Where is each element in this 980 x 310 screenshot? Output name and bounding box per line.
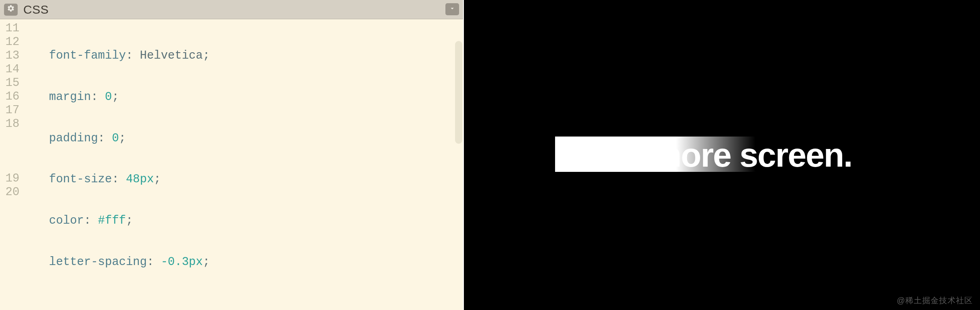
line-number: 11 xyxy=(0,22,25,35)
css-editor-pane: CSS 11 12 13 14 15 16 17 18 19 20 fo xyxy=(0,0,464,310)
line-number: 17 xyxy=(0,104,25,117)
code-body[interactable]: font-family: Helvetica; margin: 0; paddi… xyxy=(25,19,463,310)
watermark: @稀土掘金技术社区 xyxy=(897,295,973,306)
editor-header: CSS xyxy=(0,0,463,19)
line-number: 14 xyxy=(0,63,25,76)
editor-language-dropdown[interactable] xyxy=(445,3,459,15)
line-number: 13 xyxy=(0,49,25,63)
line-number: 16 xyxy=(0,90,25,104)
line-number-gutter: 11 12 13 14 15 16 17 18 19 20 xyxy=(0,19,25,310)
line-number: 15 xyxy=(0,76,25,90)
line-number: 20 xyxy=(0,186,25,199)
preview-pane: zel, more screen. @稀土掘金技术社区 xyxy=(464,0,980,310)
code-area[interactable]: 11 12 13 14 15 16 17 18 19 20 font-famil… xyxy=(0,19,463,310)
hero-text: zel, more screen. xyxy=(592,136,852,174)
line-number: 18 xyxy=(0,117,25,131)
line-number: 12 xyxy=(0,35,25,49)
code-line[interactable]: font-family: Helvetica; xyxy=(25,49,447,63)
chevron-down-icon xyxy=(449,5,456,14)
editor-settings-button[interactable] xyxy=(4,4,18,16)
app-root: CSS 11 12 13 14 15 16 17 18 19 20 fo xyxy=(0,0,980,310)
editor-title: CSS xyxy=(23,3,49,16)
code-line[interactable] xyxy=(25,296,447,310)
line-number: 19 xyxy=(0,172,25,186)
vertical-scrollbar[interactable] xyxy=(455,41,462,144)
code-line[interactable]: color: #fff; xyxy=(25,214,447,228)
code-line[interactable]: padding: 0; xyxy=(25,132,447,145)
code-line[interactable]: margin: 0; xyxy=(25,90,447,104)
code-line[interactable]: font-size: 48px; xyxy=(25,173,447,186)
code-line[interactable]: letter-spacing: -0.3px; xyxy=(25,255,447,269)
gear-icon xyxy=(7,4,15,14)
hero-container: zel, more screen. xyxy=(590,138,855,172)
